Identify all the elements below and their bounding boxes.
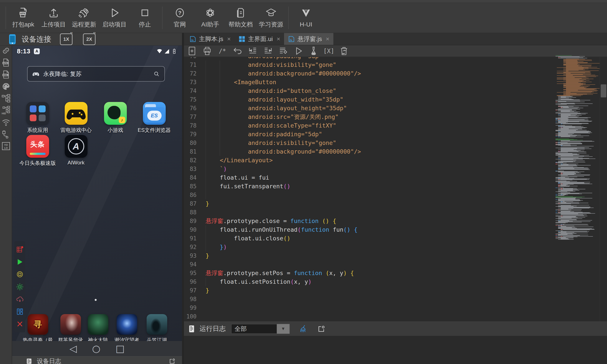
app-system-apps[interactable]: 系统应用: [19, 102, 56, 134]
editor-minimap[interactable]: [555, 55, 601, 242]
code-line-83[interactable]: 83 `): [184, 165, 607, 173]
nav-home-button[interactable]: ○: [92, 344, 100, 353]
code-line-75[interactable]: 75 android:layout_width="35dp": [184, 95, 607, 104]
tab-0[interactable]: Js 主脚本.js ×: [185, 33, 235, 45]
usb-icon[interactable]: [1, 130, 11, 139]
code-line-92[interactable]: 92 }): [184, 243, 607, 251]
float-run-icon[interactable]: [16, 258, 24, 266]
app-mini-games[interactable]: ♪ 小游戏: [97, 102, 134, 134]
palette-icon[interactable]: [1, 82, 11, 91]
editor-undo-button[interactable]: [233, 46, 243, 56]
float-stop-icon[interactable]: [16, 270, 24, 278]
code-line-74[interactable]: 74 android:id="button_close": [184, 87, 607, 95]
code-line-91[interactable]: 91 float.ui.close(): [184, 234, 607, 243]
app-aiwork[interactable]: A AIWork: [57, 135, 95, 166]
code-line-84[interactable]: 84 float.ui = fui: [184, 173, 607, 182]
log-popout-icon[interactable]: [317, 325, 325, 333]
editor-test-flask-button[interactable]: [309, 46, 318, 56]
nav-back-button[interactable]: ◁: [69, 344, 77, 353]
code-line-77[interactable]: 77 android:src="资源/关闭.png": [184, 113, 607, 121]
float-cloud-update-icon[interactable]: [16, 295, 24, 303]
app-toutiao-lite[interactable]: 头条 今日头条极速版: [19, 135, 56, 167]
code-line-93[interactable]: 93}: [184, 251, 607, 260]
code-line-96[interactable]: 96 float.ui.setPosition(x, y): [184, 277, 607, 286]
node-tree-icon[interactable]: [1, 94, 11, 103]
code-line-80[interactable]: 80 android:visibility="gone": [184, 139, 607, 147]
editor-comment-button[interactable]: /*: [217, 46, 227, 56]
float-settings-icon[interactable]: [16, 283, 24, 291]
toolbar-button-package-apk[interactable]: APK 打包apk: [8, 7, 39, 29]
launcher-search-bar[interactable]: 永夜降临: 复苏: [27, 66, 165, 82]
tab-close-icon[interactable]: ×: [326, 36, 329, 42]
toolbar-button-upload-project[interactable]: 上传项目: [39, 7, 69, 29]
code-line-79[interactable]: 79 android:padding="5dp": [184, 130, 607, 139]
code-line-86[interactable]: 86: [184, 191, 607, 199]
app-es-file-explorer[interactable]: ES ES文件浏览器: [136, 102, 173, 134]
clear-log-icon[interactable]: [299, 325, 308, 333]
app-douli-jianghu[interactable]: 斗笠江湖: [138, 314, 175, 341]
editor-variables-button[interactable]: [X]: [324, 46, 334, 56]
hid-icon[interactable]: HID: [1, 106, 11, 115]
editor-print-button[interactable]: [202, 46, 212, 56]
apk-file-icon[interactable]: APK: [1, 58, 11, 67]
code-line-71[interactable]: 71 android:visibility="gone": [184, 61, 607, 69]
code-line-76[interactable]: 76 android:layout_height="35dp": [184, 104, 607, 113]
tab-close-icon[interactable]: ×: [277, 36, 280, 42]
tab-2[interactable]: Js 悬浮窗.js ×: [284, 33, 333, 45]
toolbar-button-remote-update[interactable]: 远程更新: [69, 7, 99, 29]
code-line-87[interactable]: 87}: [184, 199, 607, 208]
editor-run-button[interactable]: [293, 46, 304, 56]
code-line-85[interactable]: 85 fui.setTransparent(): [184, 182, 607, 191]
editor-clear-button[interactable]: [339, 46, 349, 56]
toolbar-button-stop[interactable]: 停止: [130, 7, 160, 29]
float-task-grid-icon[interactable]: [16, 246, 24, 254]
code-line-78[interactable]: 78 android:scaleType="fitXY": [184, 121, 607, 130]
editor-indent-button[interactable]: [263, 46, 273, 56]
scale-2x-button[interactable]: 2X: [83, 33, 96, 45]
code-line-81[interactable]: 81 android:background="#00000000"/>: [184, 147, 607, 156]
nav-recents-button[interactable]: □: [116, 344, 125, 353]
float-layout-icon[interactable]: [16, 308, 24, 316]
editor-new-file-button[interactable]: [187, 46, 197, 56]
float-close-icon[interactable]: [16, 320, 24, 328]
toolbar-button-learning-resources[interactable]: 学习资源: [256, 7, 286, 29]
tab-close-icon[interactable]: ×: [227, 36, 231, 42]
toolbar-button-ai-assistant[interactable]: AI助手: [195, 7, 225, 29]
code-line-99[interactable]: 99: [184, 303, 607, 312]
yolo-icon[interactable]: YOLO: [1, 142, 11, 151]
code-line-82[interactable]: 82 </LinearLayout>: [184, 156, 607, 165]
code-line-90[interactable]: 90 float.ui.runOnUiThread(function fun()…: [184, 225, 607, 234]
device-log-popout-icon[interactable]: [169, 358, 176, 364]
code-line-98[interactable]: 98: [184, 295, 607, 303]
floating-control-menu: [14, 241, 25, 332]
device-mirror[interactable]: 8:13 A 永夜降临: 复苏 系统应用 雷电游戏中心 ♪ 小游戏 ES ES文…: [12, 46, 182, 341]
js-file-icon: Js: [189, 36, 196, 42]
toolbar-button-start-project[interactable]: 启动项目: [99, 7, 130, 29]
code-line-94[interactable]: 94: [184, 260, 607, 269]
log-filter-select[interactable]: 全部: [231, 324, 277, 334]
tab-1[interactable]: 主界面.ui ×: [235, 33, 284, 45]
device-log-bar[interactable]: 设备日志: [12, 356, 182, 364]
code-line-100[interactable]: 100: [184, 312, 607, 321]
code-line-73[interactable]: 73 <ImageButton: [184, 78, 607, 87]
editor-format-button[interactable]: [278, 46, 288, 56]
toolbar-button-help-docs[interactable]: 帮助文档: [225, 7, 256, 29]
code-line-72[interactable]: 72 android:background="#00000000"/>: [184, 69, 607, 78]
panel-divider[interactable]: [182, 33, 184, 364]
xml-file-icon[interactable]: XML: [1, 70, 11, 79]
toolbar-button-h-ui[interactable]: H-UI: [291, 8, 321, 28]
code-editor[interactable]: 70 android:padding="5dp"71 android:visib…: [184, 57, 607, 322]
editor-outdent-button[interactable]: [248, 46, 258, 56]
code-line-88[interactable]: 88: [184, 208, 607, 217]
scale-1x-button[interactable]: 1X: [60, 33, 72, 45]
code-line-89[interactable]: 89悬浮窗.prototype.close = function () {: [184, 217, 607, 225]
scrollbar-thumb[interactable]: [601, 84, 606, 97]
code-line-97[interactable]: 97}: [184, 286, 607, 295]
code-line-70[interactable]: 70 android:padding="5dp": [184, 57, 607, 61]
link-icon[interactable]: [1, 46, 11, 55]
log-filter-dropdown-button[interactable]: ▼: [277, 324, 290, 334]
wifi-icon[interactable]: [1, 117, 11, 127]
code-line-95[interactable]: 95悬浮窗.prototype.setPos = function (x, y)…: [184, 269, 607, 277]
app-leidian-game-center[interactable]: 雷电游戏中心: [57, 102, 95, 134]
toolbar-button-official-site[interactable]: ? 官网: [165, 7, 195, 29]
